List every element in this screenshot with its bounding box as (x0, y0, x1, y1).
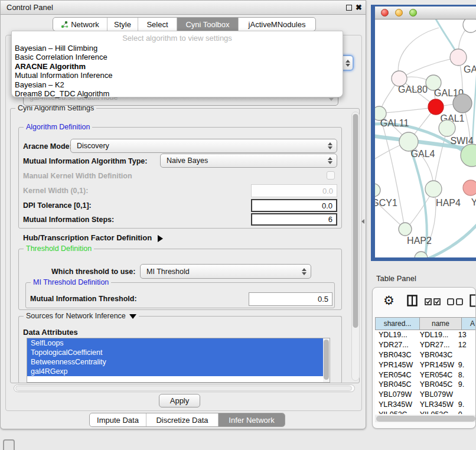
which-threshold-value: MI Threshold (146, 268, 190, 276)
control-panel-window: Control Panel ✖ Network Style Select Cyn… (0, 0, 366, 429)
close-panel-icon[interactable]: ✖ (356, 3, 362, 12)
network-canvas[interactable]: GALGAL80GAL10GAL1GAL11SWI4GAL4GCY1HAP4YH… (375, 19, 476, 257)
tab-network[interactable]: Network (53, 18, 107, 31)
table-row[interactable]: YLR345WYLR345W9. (375, 400, 476, 410)
kernel-width-field[interactable]: 0.0 (251, 184, 337, 197)
table-cell: 9. (455, 380, 476, 389)
table-row[interactable]: YER054CYER054C8. (375, 370, 476, 380)
table-body[interactable]: YDL19...YDL19...13YDR27...YDR27...12YBR0… (375, 330, 476, 414)
tab-discretize-data[interactable]: Discretize Data (146, 413, 219, 426)
algorithm-option[interactable]: Basic Correlation Inference (15, 53, 340, 61)
table-row[interactable]: YBR045CYBR045C9. (375, 380, 476, 390)
algorithm-option[interactable]: Mutual Information Inference (15, 71, 340, 80)
mi-threshold-label: Mutual Information Threshold: (30, 295, 137, 303)
scrollbar-thumb[interactable] (324, 340, 329, 380)
network-node[interactable] (428, 99, 444, 115)
split-columns-icon[interactable] (407, 295, 418, 306)
tab-label: Network (71, 20, 99, 29)
attribute-item[interactable]: gal4RGexp (27, 367, 324, 376)
tab-jactivemnodules[interactable]: jActiveMNodules (239, 18, 315, 31)
table-cell: YIL052C (416, 410, 455, 414)
algorithm-option[interactable]: Dream8 DC_TDC Algorithm (15, 89, 340, 98)
panel-splitter-handle[interactable] (361, 219, 364, 224)
data-attributes-list: SelfLoopsTopologicalCoefficientBetweenne… (27, 338, 330, 383)
node-label: HAP2 (407, 236, 432, 246)
zoom-window-icon[interactable] (409, 9, 417, 17)
sources-title[interactable]: Sources for Network Inference (24, 312, 139, 320)
column-label: shared... (384, 319, 412, 328)
hub-definition-toggle[interactable]: Hub/Transcription Factor Definition (23, 233, 163, 242)
gear-icon[interactable]: ⚙ (383, 292, 395, 309)
table-row[interactable]: YBR043CYBR043C (375, 350, 476, 360)
collapsed-panel-button[interactable] (3, 439, 15, 450)
table-row[interactable]: YPR145WYPR145W9. (375, 360, 476, 370)
tab-select[interactable]: Select (138, 18, 177, 31)
node-label: HAP4 (436, 198, 461, 208)
table-row[interactable]: YBL079WYBL079W (375, 390, 476, 400)
column-header-shared-name[interactable]: shared... (375, 317, 420, 330)
table-panel-title: Table Panel (376, 274, 416, 283)
attribute-item[interactable]: BetweennessCentrality (27, 357, 324, 367)
algorithm-option[interactable]: ARACNE Algorithm (15, 62, 340, 71)
control-panel-titlebar[interactable]: Control Panel ✖ (1, 1, 366, 15)
document-icon[interactable] (470, 294, 476, 307)
tab-cyni-toolbox[interactable]: Cyni Toolbox (177, 18, 239, 31)
close-window-icon[interactable] (381, 9, 389, 17)
table-cell: YPR145W (375, 361, 416, 369)
network-window-titlebar[interactable] (375, 6, 476, 19)
network-view-window: GALGAL80GAL10GAL1GAL11SWI4GAL4GCY1HAP4YH… (371, 5, 476, 261)
manual-kernel-checkbox[interactable] (327, 171, 335, 180)
checked-pair-icon[interactable] (425, 298, 441, 305)
algorithm-option[interactable]: Bayesian – K2 (15, 80, 340, 89)
table-cell: YBL079W (416, 390, 455, 399)
control-panel-tabbar: Network Style Select Cyni Toolbox jActiv… (53, 17, 316, 31)
tab-infer-network[interactable]: Infer Network (219, 413, 285, 426)
stepper-icon (328, 142, 332, 149)
algorithm-option[interactable]: Bayesian – Hill Climbing (15, 44, 340, 53)
stepper-icon (345, 60, 350, 67)
scrollbar-thumb[interactable] (353, 114, 358, 328)
mi-threshold-field[interactable]: 0.5 (249, 292, 332, 306)
which-threshold-combo[interactable]: MI Threshold (140, 264, 311, 279)
settings-vertical-scrollbar[interactable] (351, 112, 360, 381)
dpi-tolerance-field[interactable]: 0.0 (251, 199, 337, 212)
column-label: A (470, 319, 475, 328)
attribute-item[interactable]: TopologicalCoefficient (27, 348, 324, 357)
attributes-scrollbar[interactable] (323, 338, 330, 382)
aracne-mode-combo[interactable]: Discovery (70, 139, 337, 153)
table-header: shared... name A (375, 317, 476, 330)
scrollbar-thumb[interactable] (376, 416, 475, 422)
network-node[interactable] (439, 120, 455, 136)
mi-steps-field[interactable]: 6 (251, 213, 337, 226)
table-horizontal-scrollbar[interactable] (375, 415, 476, 422)
network-node[interactable] (450, 49, 467, 66)
table-row[interactable]: YIL052CYIL052C0 (375, 409, 476, 414)
table-cell: YDL19... (416, 331, 455, 339)
apply-button-label: Apply (170, 396, 190, 405)
mi-algorithm-type-combo[interactable]: Naive Bayes (160, 154, 337, 168)
column-header-clipped[interactable]: A (462, 317, 476, 330)
network-node[interactable] (453, 94, 472, 113)
tab-impute-data[interactable]: Impute Data (90, 413, 146, 426)
network-node[interactable] (463, 180, 476, 195)
node-label: GAL4 (411, 149, 435, 159)
table-row[interactable]: YDR27...YDR27...12 (375, 340, 476, 350)
table-row[interactable]: YDL19...YDL19...13 (375, 330, 476, 340)
attribute-item[interactable]: SelfLoops (27, 338, 324, 348)
float-window-icon[interactable] (346, 5, 352, 11)
scrollbar-thumb[interactable] (15, 386, 352, 391)
minimize-window-icon[interactable] (395, 9, 403, 17)
network-node[interactable] (399, 223, 412, 236)
tab-style[interactable]: Style (107, 18, 138, 31)
unchecked-pair-icon[interactable] (447, 298, 464, 305)
apply-button[interactable]: Apply (159, 394, 200, 407)
dpi-tolerance-value: 0.0 (322, 201, 332, 210)
table-cell: YER054C (416, 371, 455, 379)
network-node[interactable] (425, 181, 442, 197)
table-cell: YBL079W (375, 390, 416, 399)
settings-horizontal-scrollbar[interactable] (14, 384, 355, 392)
network-node[interactable] (375, 184, 380, 197)
table-cell: YIL052C (375, 410, 416, 414)
column-header-name[interactable]: name (420, 317, 462, 330)
table-panel: ⚙ shared... name A YDL19...YD (372, 287, 476, 429)
